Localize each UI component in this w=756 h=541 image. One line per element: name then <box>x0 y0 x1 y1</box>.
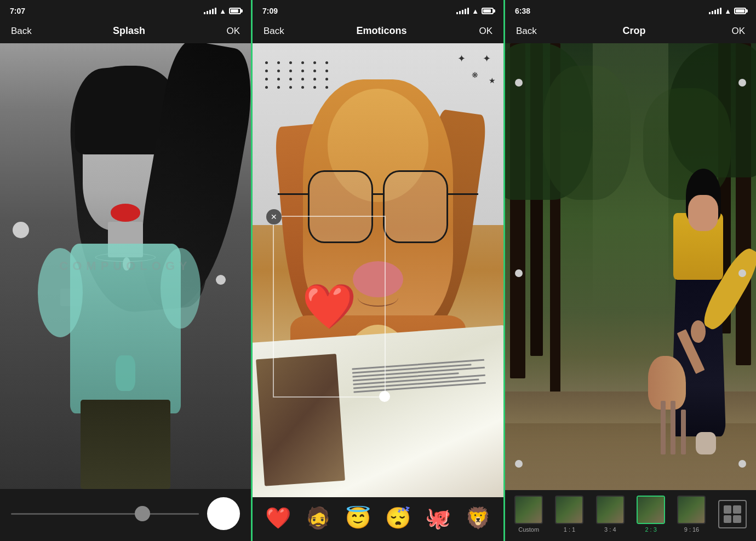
crop-title: Crop <box>623 25 646 37</box>
crop-label-1-1: 1 : 1 <box>564 526 575 533</box>
wifi-icon-1: ▲ <box>219 7 226 15</box>
emoji-tray: ❤️ 🧔 😇 😴 🐙 🦁 <box>253 497 503 541</box>
crop-thumb-9-16[interactable] <box>677 496 706 524</box>
emoji-lion-item[interactable]: 🦁 <box>465 506 491 530</box>
battery-2 <box>482 8 494 14</box>
crop-corner-bl[interactable] <box>515 460 523 468</box>
signal-3 <box>709 8 721 14</box>
ok-button-2[interactable]: OK <box>479 26 492 37</box>
crop-corner-tl[interactable] <box>515 79 523 87</box>
dog-photo: ✦ ❋ ✦ ★ <box>253 43 503 497</box>
crop-option-custom[interactable]: Custom <box>509 496 548 533</box>
emoticons-title: Emoticons <box>357 25 407 37</box>
nav-bar-1: Back Splash OK <box>0 20 251 43</box>
crop-thumb-custom[interactable] <box>514 496 543 524</box>
crop-corner-mr[interactable] <box>738 269 746 277</box>
back-button-1[interactable]: Back <box>11 26 32 37</box>
crop-label-2-3: 2 : 3 <box>645 526 656 533</box>
crop-grid-icon[interactable] <box>718 500 747 528</box>
crop-thumb-3-4[interactable] <box>596 496 625 524</box>
crop-option-1-1[interactable]: 1 : 1 <box>550 496 588 533</box>
crop-thumb-2-3[interactable] <box>637 496 665 524</box>
crop-thumb-1-1[interactable] <box>555 496 583 524</box>
crop-grid-option[interactable] <box>713 500 752 528</box>
crop-label-custom: Custom <box>518 526 539 533</box>
emoji-heart-item[interactable]: ❤️ <box>265 506 291 530</box>
battery-3 <box>734 8 746 14</box>
splash-slider-track[interactable] <box>11 513 199 515</box>
crop-tray: Custom 1 : 1 3 : 4 2 : 3 9 : 16 <box>505 490 756 541</box>
time-1: 7:07 <box>10 7 25 15</box>
splash-slider-thumb[interactable] <box>135 506 150 521</box>
status-bar-2: 7:09 ▲ <box>253 0 503 20</box>
back-button-2[interactable]: Back <box>264 26 284 37</box>
close-icon: ✕ <box>271 212 277 221</box>
wifi-icon-2: ▲ <box>472 7 479 15</box>
splash-large-thumb[interactable] <box>207 497 240 530</box>
status-icons-3: ▲ <box>709 7 746 15</box>
splash-image-area: COMPUOLOGY <box>0 43 251 489</box>
crop-panel: 6:38 ▲ Back Crop OK <box>503 0 756 541</box>
wifi-icon-3: ▲ <box>724 7 731 15</box>
crop-corner-br[interactable] <box>738 460 746 468</box>
time-3: 6:38 <box>515 7 530 15</box>
emoji-overlay[interactable]: ✕ ❤️ <box>273 216 386 398</box>
battery-1 <box>229 8 241 14</box>
crop-label-9-16: 9 : 16 <box>684 526 700 533</box>
back-button-3[interactable]: Back <box>516 26 537 37</box>
bokeh-1 <box>13 222 29 238</box>
ok-button-3[interactable]: OK <box>731 26 745 37</box>
crop-corner-tr[interactable] <box>738 79 746 87</box>
splash-panel: 7:07 ▲ Back Splash OK <box>0 0 251 541</box>
nav-bar-3: Back Crop OK <box>505 20 756 43</box>
crop-option-3-4[interactable]: 3 : 4 <box>591 496 629 533</box>
status-icons-2: ▲ <box>456 7 494 15</box>
status-bar-3: 6:38 ▲ <box>505 0 756 20</box>
nav-bar-2: Back Emoticons OK <box>253 20 503 43</box>
time-2: 7:09 <box>262 7 278 15</box>
signal-1 <box>204 8 216 14</box>
ok-button-1[interactable]: OK <box>226 26 240 37</box>
signal-2 <box>456 8 469 14</box>
status-icons-1: ▲ <box>204 7 241 15</box>
emoji-heart: ❤️ <box>274 217 385 396</box>
splash-title: Splash <box>113 25 145 37</box>
crop-image-area <box>505 43 756 490</box>
emoji-angel-item[interactable]: 😇 <box>345 506 371 530</box>
emoji-close-button[interactable]: ✕ <box>266 209 282 225</box>
crop-label-3-4: 3 : 4 <box>604 526 616 533</box>
crop-corner-ml[interactable] <box>515 269 523 277</box>
crop-option-9-16[interactable]: 9 : 16 <box>672 496 711 533</box>
emoji-resize-handle[interactable] <box>379 391 390 402</box>
crop-overlay[interactable] <box>515 79 746 468</box>
emoticons-image-area: ✦ ❋ ✦ ★ <box>253 43 503 497</box>
splash-bottom-bar <box>0 489 251 541</box>
crop-option-2-3[interactable]: 2 : 3 <box>632 496 670 533</box>
emoticons-panel: 7:09 ▲ Back Emoticons OK <box>251 0 503 541</box>
splash-photo <box>0 43 251 489</box>
status-bar-1: 7:07 ▲ <box>0 0 251 20</box>
emoji-sleepy-item[interactable]: 😴 <box>385 506 411 530</box>
emoji-octopus-item[interactable]: 🐙 <box>425 506 451 530</box>
emoji-man-item[interactable]: 🧔 <box>305 506 331 530</box>
